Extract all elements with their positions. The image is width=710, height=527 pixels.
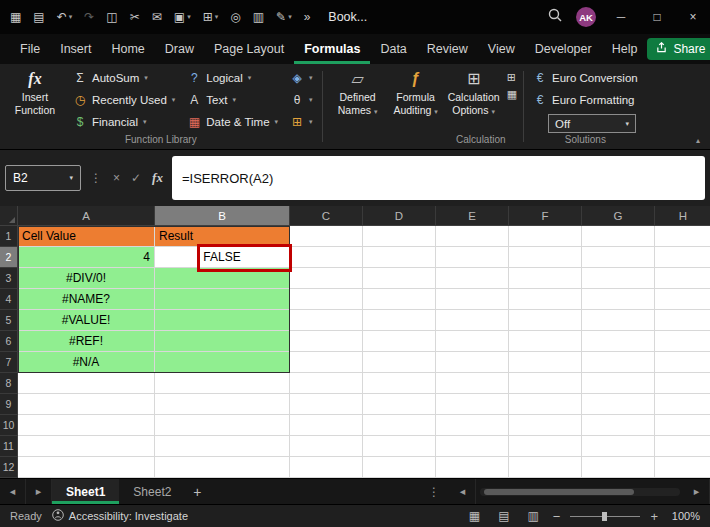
cell-c11[interactable] bbox=[290, 436, 363, 457]
more-functions-button[interactable]: ⊞ ▾ bbox=[287, 111, 316, 133]
cell-b6[interactable] bbox=[155, 331, 290, 352]
cell-f1[interactable] bbox=[509, 226, 582, 247]
cell-g2[interactable] bbox=[582, 247, 655, 268]
cell-f9[interactable] bbox=[509, 394, 582, 415]
row-header-9[interactable]: 9 bbox=[0, 394, 18, 415]
euro-formatting-button[interactable]: € Euro Formatting bbox=[530, 89, 637, 111]
cell-e2[interactable] bbox=[436, 247, 509, 268]
cancel-icon[interactable]: × bbox=[111, 171, 122, 185]
cell-e8[interactable] bbox=[436, 373, 509, 394]
tab-review[interactable]: Review bbox=[417, 34, 478, 64]
cell-g1[interactable] bbox=[582, 226, 655, 247]
cell-h9[interactable] bbox=[655, 394, 710, 415]
cell-e12[interactable] bbox=[436, 457, 509, 478]
row-header-8[interactable]: 8 bbox=[0, 373, 18, 394]
cell-a4[interactable]: #NAME? bbox=[18, 289, 155, 310]
cell-d3[interactable] bbox=[363, 268, 436, 289]
cell-g5[interactable] bbox=[582, 310, 655, 331]
undo-icon[interactable]: ↶▾ bbox=[53, 7, 77, 27]
formula-input[interactable]: =ISERROR(A2) bbox=[172, 156, 705, 200]
cell-b10[interactable] bbox=[155, 415, 290, 436]
cell-d6[interactable] bbox=[363, 331, 436, 352]
cell-f4[interactable] bbox=[509, 289, 582, 310]
maximize-button[interactable]: □ bbox=[646, 10, 668, 24]
cell-b4[interactable] bbox=[155, 289, 290, 310]
cell-a9[interactable] bbox=[18, 394, 155, 415]
cell-e11[interactable] bbox=[436, 436, 509, 457]
cell-d5[interactable] bbox=[363, 310, 436, 331]
share-button[interactable]: Share ▾ bbox=[647, 38, 710, 60]
copy-icon[interactable]: ◫ bbox=[102, 7, 121, 27]
cell-f11[interactable] bbox=[509, 436, 582, 457]
cell-h10[interactable] bbox=[655, 415, 710, 436]
zoom-level[interactable]: 100% bbox=[668, 510, 700, 522]
cell-d12[interactable] bbox=[363, 457, 436, 478]
add-sheet-button[interactable]: + bbox=[185, 484, 209, 500]
cell-b5[interactable] bbox=[155, 310, 290, 331]
calculate-sheet-icon[interactable]: ▦ bbox=[507, 88, 517, 101]
zoom-thumb[interactable] bbox=[602, 512, 607, 521]
cell-a1[interactable]: Cell Value bbox=[18, 226, 155, 247]
cell-c9[interactable] bbox=[290, 394, 363, 415]
column-header-h[interactable]: H bbox=[655, 206, 710, 226]
calculation-options-button[interactable]: ⊞ Calculation Options▾ bbox=[445, 67, 503, 118]
cell-e10[interactable] bbox=[436, 415, 509, 436]
cell-h4[interactable] bbox=[655, 289, 710, 310]
row-header-11[interactable]: 11 bbox=[0, 436, 18, 457]
cell-h7[interactable] bbox=[655, 352, 710, 373]
cell-g4[interactable] bbox=[582, 289, 655, 310]
cell-c6[interactable] bbox=[290, 331, 363, 352]
tab-help[interactable]: Help bbox=[602, 34, 648, 64]
cut-icon[interactable]: ✂ bbox=[126, 7, 144, 27]
row-header-2[interactable]: 2 bbox=[0, 247, 18, 268]
cell-d11[interactable] bbox=[363, 436, 436, 457]
cell-b7[interactable] bbox=[155, 352, 290, 373]
zoom-out-button[interactable]: − bbox=[553, 509, 561, 524]
cell-f7[interactable] bbox=[509, 352, 582, 373]
zoom-in-button[interactable]: + bbox=[650, 509, 658, 524]
tab-developer[interactable]: Developer bbox=[525, 34, 602, 64]
sheet-nav-left-icon[interactable]: ◂ bbox=[0, 479, 26, 504]
pen-icon[interactable]: ✎▾ bbox=[272, 7, 296, 27]
cell-e5[interactable] bbox=[436, 310, 509, 331]
logical-button[interactable]: ? Logical ▾ bbox=[184, 67, 281, 89]
normal-view-icon[interactable]: ▦ bbox=[465, 509, 484, 523]
hscroll-left-icon[interactable]: ◂ bbox=[450, 479, 476, 504]
cell-b2[interactable]: FALSE bbox=[155, 247, 290, 268]
page-break-preview-icon[interactable]: ▥ bbox=[523, 509, 542, 523]
status-mode[interactable]: Ready bbox=[10, 510, 42, 522]
cell-a7[interactable]: #N/A bbox=[18, 352, 155, 373]
cell-g6[interactable] bbox=[582, 331, 655, 352]
scrollbar-thumb[interactable] bbox=[484, 489, 634, 495]
tab-insert[interactable]: Insert bbox=[50, 34, 101, 64]
euro-conversion-button[interactable]: € Euro Conversion bbox=[530, 67, 641, 89]
tab-options-icon[interactable]: ⋮ bbox=[418, 485, 450, 499]
cell-h2[interactable] bbox=[655, 247, 710, 268]
cell-e7[interactable] bbox=[436, 352, 509, 373]
cell-h6[interactable] bbox=[655, 331, 710, 352]
search-icon[interactable] bbox=[548, 8, 562, 26]
minimize-button[interactable]: ─ bbox=[610, 10, 632, 24]
cell-e6[interactable] bbox=[436, 331, 509, 352]
cell-g10[interactable] bbox=[582, 415, 655, 436]
cell-f8[interactable] bbox=[509, 373, 582, 394]
column-header-g[interactable]: G bbox=[582, 206, 655, 226]
cell-d10[interactable] bbox=[363, 415, 436, 436]
cell-a10[interactable] bbox=[18, 415, 155, 436]
cell-h3[interactable] bbox=[655, 268, 710, 289]
cell-c8[interactable] bbox=[290, 373, 363, 394]
overflow-icon[interactable]: » bbox=[300, 7, 315, 27]
insert-function-icon[interactable]: fx bbox=[150, 170, 165, 186]
cell-d2[interactable] bbox=[363, 247, 436, 268]
cell-c12[interactable] bbox=[290, 457, 363, 478]
cell-b11[interactable] bbox=[155, 436, 290, 457]
cell-d1[interactable] bbox=[363, 226, 436, 247]
cell-c1[interactable] bbox=[290, 226, 363, 247]
cell-d4[interactable] bbox=[363, 289, 436, 310]
cell-h12[interactable] bbox=[655, 457, 710, 478]
column-header-d[interactable]: D bbox=[363, 206, 436, 226]
cell-f3[interactable] bbox=[509, 268, 582, 289]
cell-b3[interactable] bbox=[155, 268, 290, 289]
row-header-12[interactable]: 12 bbox=[0, 457, 18, 478]
cell-d8[interactable] bbox=[363, 373, 436, 394]
